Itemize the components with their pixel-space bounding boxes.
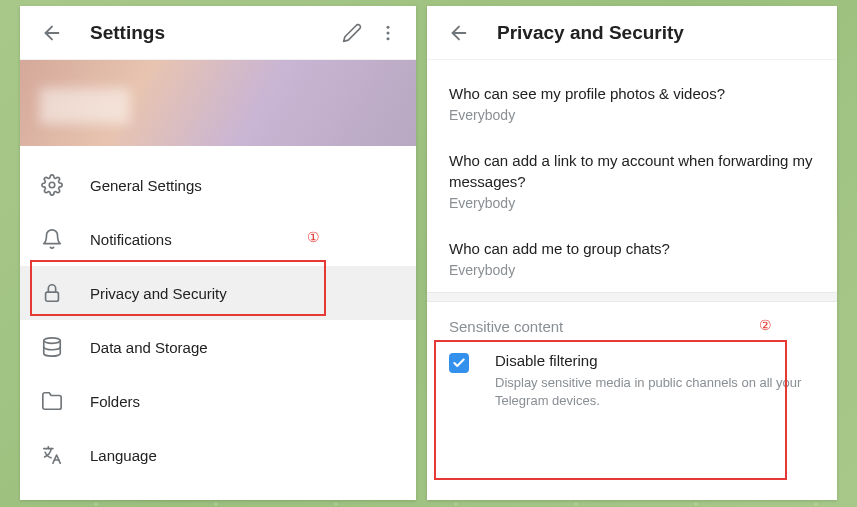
privacy-item-group-chats[interactable]: Who can add me to group chats? Everybody	[427, 225, 837, 292]
sensitive-content-header: Sensitive content	[427, 302, 837, 341]
bell-icon	[40, 227, 64, 251]
privacy-title: Privacy and Security	[497, 22, 827, 44]
menu-item-privacy[interactable]: Privacy and Security	[20, 266, 416, 320]
menu-item-data-storage[interactable]: Data and Storage	[20, 320, 416, 374]
privacy-header: Privacy and Security	[427, 6, 837, 60]
profile-banner[interactable]	[20, 60, 416, 146]
menu-item-label: Data and Storage	[90, 339, 208, 356]
menu-item-notifications[interactable]: Notifications	[20, 212, 416, 266]
svg-point-6	[44, 338, 61, 344]
privacy-item-title: Who can add a link to my account when fo…	[449, 151, 815, 192]
section-separator	[427, 292, 837, 302]
back-button[interactable]	[34, 15, 70, 51]
pencil-icon	[342, 23, 362, 43]
menu-item-label: Folders	[90, 393, 140, 410]
arrow-left-icon	[448, 22, 470, 44]
privacy-item-profile-photos[interactable]: Who can see my profile photos & videos? …	[427, 70, 837, 137]
folder-icon	[40, 389, 64, 413]
menu-item-folders[interactable]: Folders	[20, 374, 416, 428]
settings-panel: Settings General Settings Notifications	[20, 6, 416, 500]
svg-point-1	[387, 25, 390, 28]
privacy-panel: Privacy and Security Who can see my prof…	[427, 6, 837, 500]
edit-button[interactable]	[334, 15, 370, 51]
svg-point-3	[387, 37, 390, 40]
privacy-item-value: Everybody	[449, 195, 815, 211]
privacy-item-title: Who can see my profile photos & videos?	[449, 84, 815, 104]
arrow-left-icon	[41, 22, 63, 44]
gear-icon	[40, 173, 64, 197]
lock-icon	[40, 281, 64, 305]
profile-name-blurred	[40, 88, 130, 124]
check-description: Display sensitive media in public channe…	[495, 374, 815, 409]
privacy-item-forward-link[interactable]: Who can add a link to my account when fo…	[427, 137, 837, 225]
settings-header: Settings	[20, 6, 416, 60]
check-icon	[452, 356, 466, 370]
check-label: Disable filtering	[495, 351, 815, 371]
disable-filtering-row[interactable]: Disable filtering Display sensitive medi…	[427, 341, 837, 427]
menu-item-label: Language	[90, 447, 157, 464]
svg-rect-5	[46, 292, 59, 301]
disable-filtering-text: Disable filtering Display sensitive medi…	[495, 351, 815, 409]
more-vertical-icon	[378, 23, 398, 43]
settings-title: Settings	[90, 22, 334, 44]
privacy-item-value: Everybody	[449, 262, 815, 278]
back-button[interactable]	[441, 15, 477, 51]
menu-item-label: Notifications	[90, 231, 172, 248]
annotation-label-1: ①	[307, 229, 320, 245]
language-icon	[40, 443, 64, 467]
svg-point-4	[49, 182, 55, 188]
menu-item-general[interactable]: General Settings	[20, 158, 416, 212]
menu-item-language[interactable]: Language	[20, 428, 416, 482]
database-icon	[40, 335, 64, 359]
menu-item-label: General Settings	[90, 177, 202, 194]
privacy-options-list: Who can see my profile photos & videos? …	[427, 60, 837, 292]
more-button[interactable]	[370, 15, 406, 51]
privacy-item-title: Who can add me to group chats?	[449, 239, 815, 259]
privacy-item-value: Everybody	[449, 107, 815, 123]
svg-point-2	[387, 31, 390, 34]
menu-item-label: Privacy and Security	[90, 285, 227, 302]
settings-menu: General Settings Notifications Privacy a…	[20, 146, 416, 500]
annotation-label-2: ②	[759, 317, 772, 333]
disable-filtering-checkbox[interactable]	[449, 353, 469, 373]
